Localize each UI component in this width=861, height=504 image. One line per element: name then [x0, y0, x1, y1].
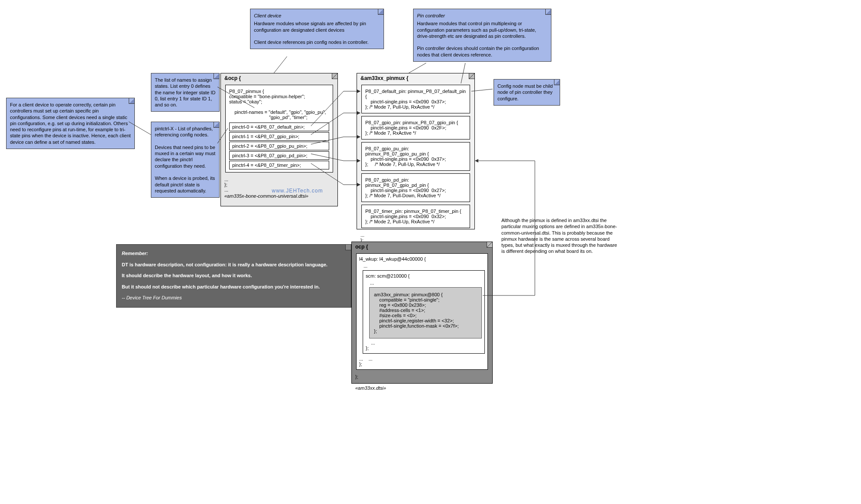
note-remember: Remember: DT is hardware description, no… [116, 244, 351, 308]
note-pinctrl-x: pintctrl-X - List of phandles, referenci… [151, 122, 220, 198]
pinctrl-2: pinctrl-2 = <&P8_07_gpio_pu_pin>; [229, 142, 329, 150]
pin-timer: P8_07_timer_pin: pinmux_P8_07_timer_pin … [361, 205, 470, 228]
scm-block: scm: scm@210000 { ... am33xx_pinmux: pin… [363, 270, 485, 354]
pinctrl-4: pinctrl-4 = <&P8_07_timer_pin>; [229, 161, 329, 169]
note-body: Hardware modules whose signals are affec… [254, 20, 380, 45]
pinctrl-3: pinctrl-3 = <&P8_07_gpio_pd_pin>; [229, 151, 329, 160]
pin-gpio-pu: P8_07_gpio_pu_pin: pinmux_P8_07_gpio_pu_… [361, 142, 470, 171]
note-body: Config node must be child node of pin co… [497, 83, 556, 102]
pin-default: P8_07_default_pin: pinmux_P8_07_default_… [361, 85, 470, 113]
note-title: Client device [254, 13, 380, 19]
note-body: For a client device to operate correctly… [10, 102, 131, 145]
box-title: &ocp { [221, 73, 337, 83]
pinctrl-0: pinctrl-0 = <&P8_07_default_pin>; [229, 123, 329, 131]
pin-gpio: P8_07_gpio_pin: pinmux_P8_07_gpio_pin { … [361, 116, 470, 139]
note-config-node: Config node must be child node of pin co… [494, 79, 560, 106]
box-ocp-bottom: ocp { l4_wkup: l4_wkup@44c00000 { ... sc… [351, 242, 493, 384]
note-client-operate: For a client device to operate correctly… [6, 98, 135, 149]
svg-line-0 [274, 56, 287, 73]
watermark: www.JEHTech.com [272, 188, 323, 194]
box-am33xx-pinmux: &am33xx_pinmux { P8_07_default_pin: pinm… [357, 73, 475, 229]
text-pinmux-explanation: Although the pinmux is defined in am33xx… [501, 217, 619, 255]
pinmux-block: P8_07_pinmux { compatible = "bone-pinmux… [225, 85, 333, 172]
pinctrl-1: pinctrl-1 = <&P8_07_gpio_pin>; [229, 132, 329, 141]
note-states-names: The list of names to assign states. List… [151, 73, 220, 112]
svg-line-1 [409, 63, 426, 73]
l4-wkup-block: l4_wkup: l4_wkup@44c00000 { ... scm: scm… [356, 253, 488, 370]
am33xx-pinmux-inner: am33xx_pinmux: pinmux@800 { compatible =… [369, 287, 482, 338]
note-pin-controller: Pin controller Hardware modules that con… [413, 9, 551, 62]
box-ocp: &ocp { P8_07_pinmux { compatible = "bone… [220, 73, 338, 206]
box-footer: «am33xx.dtsi» [352, 385, 492, 391]
remember-title: Remember: [122, 250, 346, 258]
note-title: Pin controller [417, 13, 547, 19]
note-body: Hardware modules that control pin multip… [417, 20, 547, 58]
note-body: The list of names to assign states. List… [155, 77, 216, 108]
box-title: ocp { [352, 242, 492, 252]
pin-gpio-pd: P8_07_gpio_pd_pin: pinmux_P8_07_gpio_pd_… [361, 173, 470, 202]
box-title: &am33xx_pinmux { [357, 73, 474, 83]
note-client-device: Client device Hardware modules whose sig… [250, 9, 384, 49]
note-body: pintctrl-X - List of phandles, referenci… [155, 126, 216, 194]
